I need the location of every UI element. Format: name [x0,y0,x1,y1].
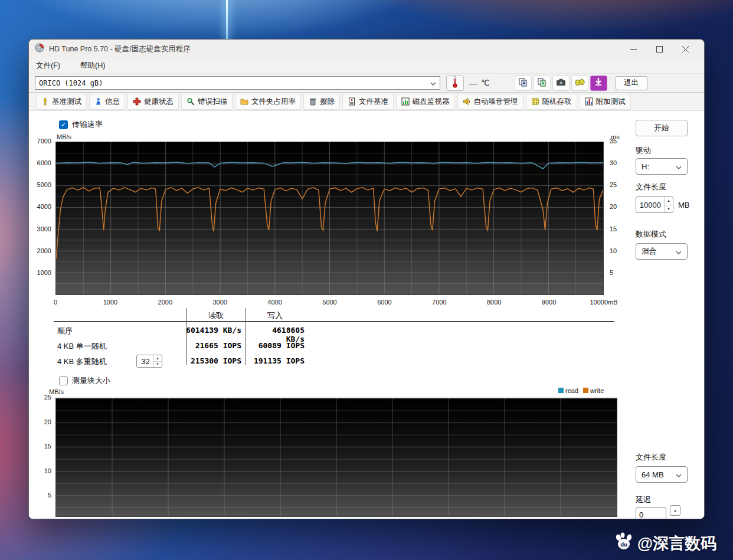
y-tick-right: 25 [610,181,617,188]
camera-button[interactable] [552,76,570,91]
table-read-value: 21665 IOPS [182,341,241,350]
main-chart-left-unit: MB/s [57,133,71,140]
y-tick-left: 5 [31,492,51,499]
watermark: du @深言数码 [614,532,716,554]
binoculars-button[interactable] [571,76,588,91]
x-tick: 7000 [432,299,446,306]
tab-bar: 基准测试信息健康状态错误扫描文件夹占用率擦除文件基准磁盘监视器自动噪音管理随机存… [29,93,704,111]
legend-read: read [558,387,578,394]
file-length-label: 文件长度 [636,182,666,192]
x-tick: 3000 [212,299,227,306]
tab-11[interactable]: 附加测试 [580,94,631,110]
spinner-buttons: ▲▼ [664,197,673,212]
speaker-icon [463,97,471,106]
table-header-write: 写入 [267,310,283,321]
spin-up-icon[interactable]: ▲ [665,197,673,205]
tab-9[interactable]: 自动噪音管理 [457,94,523,110]
window-controls [620,40,698,58]
toolbar-icon-buttons [515,76,607,91]
y-tick-left: 6000 [31,159,51,166]
block-size-checkbox[interactable]: 测量块大小 [59,375,110,386]
delay-value: 0 [636,508,666,519]
transfer-rate-checkbox[interactable]: ✓ 传输速率 [59,119,103,130]
spin-down-icon[interactable]: ▼ [665,205,673,213]
chevron-down-icon [676,247,682,256]
drive-combobox-value: ORICO (1024 gB) [39,79,103,87]
start-button[interactable]: 开始 [636,120,688,136]
file-length-unit: MB [678,201,690,209]
tab-1[interactable]: 基准测试 [36,94,87,110]
delay-label: 延迟 [636,494,651,505]
table-row-label: 4 KB 多重随机 [57,356,107,367]
download-button[interactable] [590,76,607,91]
table-divider-2 [246,308,246,365]
minimize-button[interactable] [620,40,646,58]
x-tick: 1000 [103,299,117,306]
x-tick: 2000 [158,299,172,306]
file-length2-value: 64 MB [642,470,664,479]
x-tick: 4000 [267,299,282,306]
table-header-rule [54,321,614,322]
delay-spin-up-button[interactable]: ▲ [670,505,680,516]
thermometer-icon [452,76,458,90]
menu-help[interactable]: 帮助(H) [78,60,107,72]
copy-pages-green-button[interactable] [534,76,551,91]
tab-10[interactable]: 随机存取 [526,94,577,110]
legend-write-label: write [590,387,604,394]
maximize-button[interactable] [646,40,672,58]
menu-file[interactable]: 文件(F) [34,60,63,72]
spin-down-icon[interactable]: ▼ [153,362,162,368]
table-row-label: 顺序 [57,326,73,336]
tab-4[interactable]: 错误扫描 [181,94,233,110]
table-read-value: 6014139 KB/s [182,326,241,335]
tab-2[interactable]: 信息 [89,94,125,110]
hdtune-window: HD Tune Pro 5.70 - 硬盘/固态硬盘实用程序 文件(F) 帮助(… [28,39,705,519]
tab-label: 磁盘监视器 [413,97,450,107]
y-tick-right: 15 [610,225,617,232]
data-mode-value: 混合 [642,246,657,257]
temperature-unit: ℃ [481,78,490,87]
copy-pages-button[interactable] [515,76,532,91]
tab-label: 文件夹占用率 [251,97,296,107]
tab-label: 文件基准 [359,97,388,107]
tab-6[interactable]: 擦除 [303,94,340,110]
svg-text:du: du [620,542,627,548]
tab-label: 错误扫描 [198,97,227,107]
file-length-value: 10000 [636,197,664,212]
tab-label: 擦除 [320,97,335,107]
data-mode-select[interactable]: 混合 [636,243,688,260]
drive-select[interactable]: H: [636,158,688,175]
table-header-read: 读取 [208,310,224,321]
y-tick-right: 5 [610,269,613,276]
temperature-value: — [469,78,477,88]
close-button[interactable] [672,40,698,58]
x-tick: 9000 [542,299,556,306]
spin-up-icon[interactable]: ▲ [153,355,162,362]
chevron-down-icon [430,79,436,87]
file-length2-select[interactable]: 64 MB [636,466,688,483]
tab-5[interactable]: 文件夹占用率 [235,94,301,110]
transfer-rate-chart [55,142,604,295]
y-tick-left: 2000 [31,247,51,254]
temperature-button[interactable] [446,76,464,91]
block-size-chart [55,398,617,517]
app-disk-icon [35,43,44,55]
binoculars-icon [575,78,585,89]
tab-7[interactable]: 文件基准 [342,94,394,110]
table-row-label: 4 KB 单一随机 [57,341,107,352]
delay-spinner[interactable]: 0 [636,507,666,519]
file-length-spinner[interactable]: 10000 ▲▼ [636,197,673,213]
menu-bar: 文件(F) 帮助(H) [29,58,704,74]
magnifier-icon [186,97,195,106]
tab-3[interactable]: 健康状态 [127,94,179,110]
y-tick-left: 4000 [31,203,51,210]
tab-8[interactable]: 磁盘监视器 [396,94,455,110]
block-size-label: 测量块大小 [72,375,110,386]
tab-label: 自动噪音管理 [474,97,518,107]
file-length2-label: 文件长度 [636,452,666,463]
queue-depth-spinner[interactable]: 32▲▼ [136,355,162,368]
y-tick-left: 3000 [31,225,51,232]
exit-button[interactable]: 退出 [616,76,647,90]
drive-combobox[interactable]: ORICO (1024 gB) [35,76,440,90]
trash-icon [309,97,317,106]
